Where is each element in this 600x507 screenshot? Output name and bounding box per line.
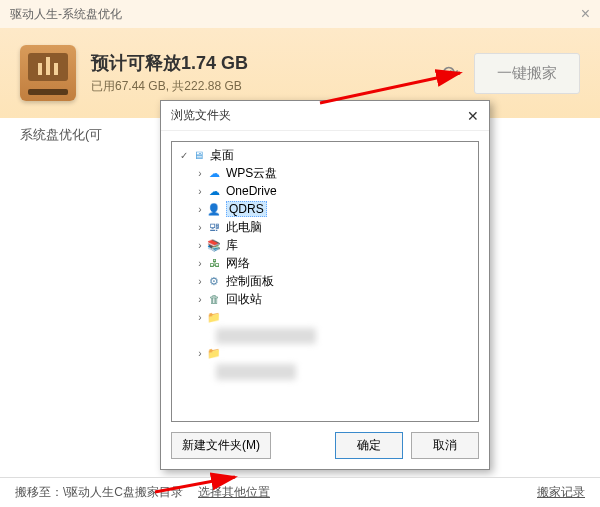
tree-root[interactable]: ✓ 🖥 桌面 — [172, 146, 478, 164]
expand-icon[interactable]: › — [194, 348, 206, 359]
folder-icon: 📁 — [206, 346, 222, 360]
tree-item-label: WPS云盘 — [226, 165, 277, 182]
desktop-icon: 🖥 — [190, 148, 206, 162]
tree-item-label: OneDrive — [226, 184, 277, 198]
tree-item-library[interactable]: › 📚 库 — [172, 236, 478, 254]
onedrive-icon: ☁ — [206, 184, 222, 198]
dialog-titlebar: 浏览文件夹 ✕ — [161, 101, 489, 131]
tree-item-label: 库 — [226, 237, 238, 254]
tree-item-thispc[interactable]: › 🖳 此电脑 — [172, 218, 478, 236]
control-panel-icon: ⚙ — [206, 274, 222, 288]
tree-root-label: 桌面 — [210, 147, 234, 164]
blurred-item — [216, 328, 316, 344]
collapse-icon[interactable]: ✓ — [178, 150, 190, 161]
usage-text: 已用67.44 GB, 共222.88 GB — [91, 78, 248, 95]
pc-icon: 🖳 — [206, 220, 222, 234]
tree-item-network[interactable]: › 🖧 网络 — [172, 254, 478, 272]
history-link[interactable]: 搬家记录 — [537, 484, 585, 501]
dialog-close-icon[interactable]: ✕ — [467, 108, 479, 124]
disk-icon — [20, 45, 76, 101]
expand-icon[interactable]: › — [194, 276, 206, 287]
tree-item-folder[interactable]: › 📁 — [172, 308, 478, 326]
move-to-label: 搬移至： — [15, 484, 63, 501]
dialog-buttons: 新建文件夹(M) 确定 取消 — [171, 422, 479, 459]
library-icon: 📚 — [206, 238, 222, 252]
tree-item-controlpanel[interactable]: › ⚙ 控制面板 — [172, 272, 478, 290]
browse-folder-dialog: 浏览文件夹 ✕ ✓ 🖥 桌面 › ☁ WPS云盘 › ☁ OneDrive › … — [160, 100, 490, 470]
tree-item-label: 网络 — [226, 255, 250, 272]
footer: 搬移至： \驱动人生C盘搬家目录 选择其他位置 搬家记录 — [0, 477, 600, 507]
new-folder-button[interactable]: 新建文件夹(M) — [171, 432, 271, 459]
blurred-item — [216, 364, 296, 380]
cancel-button[interactable]: 取消 — [411, 432, 479, 459]
header-text: 预计可释放1.74 GB 已用67.44 GB, 共222.88 GB — [91, 51, 248, 95]
expand-icon[interactable]: › — [194, 186, 206, 197]
expand-icon[interactable]: › — [194, 294, 206, 305]
refresh-icon[interactable]: ⟳ — [442, 61, 459, 85]
folder-icon: 📁 — [206, 310, 222, 324]
tree-item-qdrs[interactable]: › 👤 QDRS — [172, 200, 478, 218]
cloud-icon: ☁ — [206, 166, 222, 180]
tree-item-label: 控制面板 — [226, 273, 274, 290]
network-icon: 🖧 — [206, 256, 222, 270]
tree-item-onedrive[interactable]: › ☁ OneDrive — [172, 182, 478, 200]
move-path: \驱动人生C盘搬家目录 — [63, 484, 183, 501]
expand-icon[interactable]: › — [194, 258, 206, 269]
tree-item-folder[interactable]: › 📁 — [172, 344, 478, 362]
tree-item-label: 回收站 — [226, 291, 262, 308]
choose-other-link[interactable]: 选择其他位置 — [198, 484, 270, 501]
release-title: 预计可释放1.74 GB — [91, 51, 248, 75]
expand-icon[interactable]: › — [194, 222, 206, 233]
tree-item-wps[interactable]: › ☁ WPS云盘 — [172, 164, 478, 182]
titlebar: 驱动人生-系统盘优化 × — [0, 0, 600, 28]
subheader-text: 系统盘优化(可 — [20, 127, 102, 142]
tree-item-label: QDRS — [226, 201, 267, 217]
expand-icon[interactable]: › — [194, 240, 206, 251]
move-button[interactable]: 一键搬家 — [474, 53, 580, 94]
ok-button[interactable]: 确定 — [335, 432, 403, 459]
app-title: 驱动人生-系统盘优化 — [10, 6, 122, 23]
folder-tree[interactable]: ✓ 🖥 桌面 › ☁ WPS云盘 › ☁ OneDrive › 👤 QDRS › — [171, 141, 479, 422]
tree-item-label: 此电脑 — [226, 219, 262, 236]
expand-icon[interactable]: › — [194, 168, 206, 179]
dialog-title: 浏览文件夹 — [171, 107, 231, 124]
dialog-body: ✓ 🖥 桌面 › ☁ WPS云盘 › ☁ OneDrive › 👤 QDRS › — [161, 131, 489, 469]
recycle-icon: 🗑 — [206, 292, 222, 306]
expand-icon[interactable]: › — [194, 204, 206, 215]
expand-icon[interactable]: › — [194, 312, 206, 323]
tree-item-recycle[interactable]: › 🗑 回收站 — [172, 290, 478, 308]
user-icon: 👤 — [206, 202, 222, 216]
close-icon[interactable]: × — [581, 5, 590, 23]
